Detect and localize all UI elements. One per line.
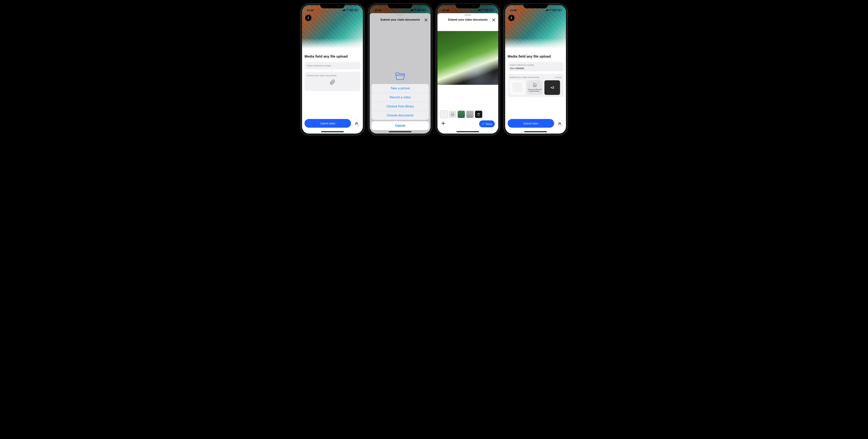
back-button[interactable] [305, 15, 311, 21]
sheet-title: Submit your claim documents [448, 18, 488, 21]
file-icon [451, 112, 454, 116]
phone-2: 11:24 VPN 89 Submit your claim documents [368, 3, 432, 135]
phone-4: 11:45 VPN 85 Media field any file upload… [503, 3, 568, 135]
phone-3: 11:39 VPN 86 Submit your claim documents [436, 3, 500, 135]
vpn-indicator: VPN [349, 9, 353, 11]
cellular-icon [342, 9, 345, 11]
choose-library-button[interactable]: Choose from library [372, 102, 429, 111]
docs-label: Submit your claim documents [510, 76, 539, 78]
vpn-indicator: VPN [417, 9, 421, 11]
page-title: Media field any file upload [305, 55, 361, 59]
thumbnail-document[interactable] [440, 111, 447, 118]
attachment-thumbnail[interactable]: Itinerary%20for%20Munich%20trip... [527, 80, 543, 95]
file-icon [533, 83, 537, 88]
claim-reference-input[interactable]: Claim reference number [305, 62, 361, 69]
wifi-icon [346, 9, 349, 11]
trash-icon [477, 113, 480, 116]
media-preview[interactable] [437, 31, 498, 85]
back-button[interactable] [508, 15, 515, 21]
status-time: 11:45 [510, 9, 517, 12]
home-indicator[interactable] [321, 131, 344, 132]
thumbnail-photo[interactable] [466, 111, 473, 118]
vpn-indicator: VPN [485, 9, 489, 11]
thumbnail-photo[interactable] [458, 111, 465, 118]
input-value: Dcv-348485 [510, 67, 561, 70]
cellular-icon [546, 9, 548, 11]
folder-icon [395, 72, 405, 80]
input-placeholder: Claim reference number [307, 64, 358, 67]
docs-label: Submit your claim documents [307, 74, 337, 77]
action-sheet: Take a picture Record a video Choose fro… [372, 84, 429, 132]
vpn-indicator: VPN [552, 9, 556, 11]
record-video-button[interactable]: Record a video [372, 93, 429, 102]
chevron-left-icon [307, 16, 309, 19]
home-indicator[interactable] [457, 131, 479, 132]
home-fab[interactable]: 22 [353, 120, 361, 127]
device-notch [523, 3, 548, 8]
device-notch [456, 3, 480, 8]
cellular-icon [410, 9, 413, 11]
close-button[interactable] [492, 18, 495, 23]
done-label: Done [486, 123, 492, 125]
cancel-button[interactable]: Cancel [372, 121, 429, 130]
submit-documents-field[interactable]: Submit your claim documents 5 items Itin… [507, 74, 563, 97]
submit-claim-button[interactable]: Submit claim [305, 119, 351, 128]
sheet-drag-handle[interactable] [464, 14, 471, 15]
status-time: 11:23 [307, 9, 313, 12]
done-button[interactable]: Done [479, 121, 495, 127]
close-icon [424, 18, 428, 22]
home-indicator[interactable] [389, 131, 411, 132]
chevron-left-icon [510, 16, 512, 19]
thumbnail-delete[interactable] [475, 111, 482, 118]
device-notch [320, 3, 345, 8]
home-badge: 22 [356, 124, 360, 126]
items-count: 5 items [555, 76, 561, 78]
thumbnail-file[interactable] [449, 111, 456, 118]
plus-icon [441, 121, 445, 126]
sheet-drag-handle[interactable] [397, 14, 404, 15]
close-button[interactable] [424, 18, 428, 23]
input-label: Claim reference number [510, 64, 561, 66]
take-picture-button[interactable]: Take a picture [372, 84, 429, 93]
attachment-thumbnail[interactable] [510, 80, 525, 95]
home-badge: 22 [560, 124, 563, 126]
thumbnail-strip [437, 111, 498, 118]
battery-indicator: 89 [422, 9, 426, 11]
submit-claim-button[interactable]: Submit claim [507, 119, 554, 128]
battery-indicator: 85 [557, 9, 561, 11]
device-notch [388, 3, 412, 8]
wifi-icon [481, 9, 484, 11]
media-review-sheet: Submit your claim documents [437, 13, 498, 134]
cellular-icon [478, 9, 480, 11]
battery-indicator: 89 [354, 9, 358, 11]
check-icon [482, 123, 485, 125]
attachment-icon [330, 79, 335, 86]
submit-documents-field[interactable]: Submit your claim documents [305, 72, 361, 91]
page-title: Media field any file upload [507, 55, 563, 59]
status-time: 11:24 [375, 9, 381, 12]
status-time: 11:39 [442, 9, 449, 12]
claim-reference-input[interactable]: Claim reference number Dcv-348485 [507, 62, 563, 71]
choose-documents-button[interactable]: Choose documents [372, 111, 429, 120]
attachment-filename: Itinerary%20for%20Munich%20trip... [528, 89, 542, 92]
add-media-button[interactable] [441, 121, 445, 127]
close-icon [492, 18, 495, 22]
attachment-more[interactable]: +2 [545, 80, 560, 95]
phone-1: 11:23 VPN 89 Media field any file upload… [300, 3, 365, 135]
home-fab[interactable]: 22 [556, 120, 563, 127]
wifi-icon [549, 9, 552, 11]
battery-indicator: 86 [489, 9, 493, 11]
home-indicator[interactable] [524, 131, 547, 132]
sheet-title: Submit your claim documents [380, 18, 420, 21]
wifi-icon [413, 9, 416, 11]
